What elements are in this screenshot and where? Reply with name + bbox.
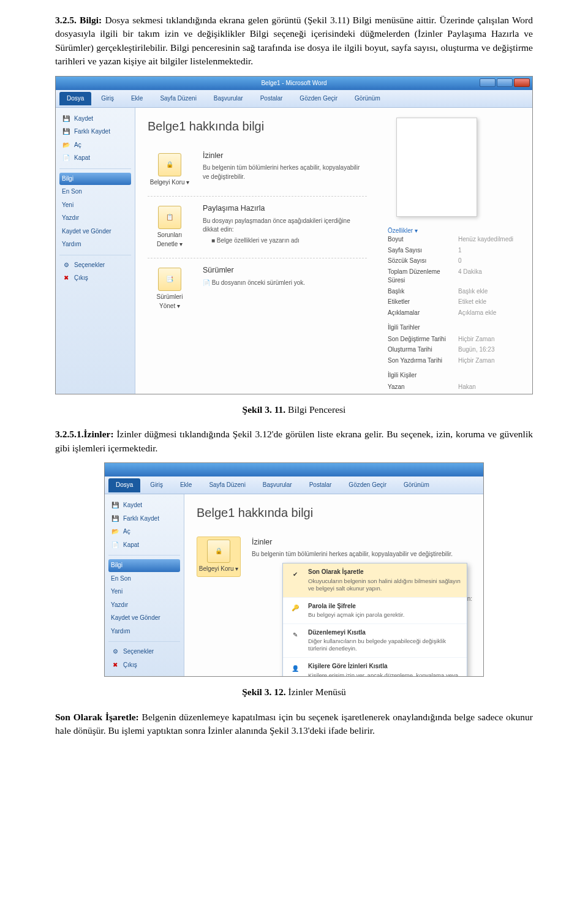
close-doc-icon: 📄 <box>62 154 70 163</box>
info-title: Belge1 hakkında bilgi <box>148 118 367 135</box>
tab-ekle[interactable]: Ekle <box>124 92 150 106</box>
tab-giris[interactable]: Giriş <box>94 92 121 106</box>
paragraph-son-olarak-isaretle: Son Olarak İşaretle: Belgenin düzenlemey… <box>55 710 533 738</box>
sidebar-yazdir[interactable]: Yazdır <box>59 212 131 225</box>
tab-gozden-gecir[interactable]: Gözden Geçir <box>292 92 345 106</box>
p2-head: 3.2.5.1.İzinler: <box>55 429 114 439</box>
info-main-area: Belge1 hakkında bilgi 🔒 Belgeyi Koru ▾ İ… <box>135 108 532 394</box>
manage-versions-button[interactable]: 📑 Sürümleri Yönet ▾ <box>148 265 192 314</box>
sidebar-secenekler-2[interactable]: ⚙Seçenekler <box>108 646 180 658</box>
section-paylasima-hazirla: 📋 Sorunları Denetle ▾ Paylaşıma Hazırla … <box>148 197 367 258</box>
menu-item-title: Kişilere Göre İzinleri Kısıtla <box>308 662 461 671</box>
sidebar-yeni[interactable]: Yeni <box>59 199 131 212</box>
sidebar-kaydet-gonder-2[interactable]: Kaydet ve Gönder <box>108 612 180 625</box>
exit-icon: ✖ <box>111 661 119 669</box>
sidebar-ac-2[interactable]: 📂Aç <box>108 525 180 538</box>
head-dates: İlgili Tarihler <box>388 323 524 333</box>
menu-item-desc: Okuyucuların belgenin son halini aldığın… <box>308 578 461 592</box>
screenshot-izinler-menusu: Dosya Giriş Ekle Sayfa Düzeni Başvurular… <box>104 462 484 677</box>
file-tab-2[interactable]: Dosya <box>108 478 140 492</box>
close-doc-icon: 📄 <box>111 541 119 549</box>
close-button[interactable] <box>514 78 530 87</box>
tab-basvurular-2[interactable]: Başvurular <box>255 478 300 492</box>
divider <box>59 168 131 169</box>
paragraph-bilgi: 3.2.5. Bilgi: Dosya sekmesi tıklandığınd… <box>55 13 533 69</box>
screenshot-bilgi-penceresi: Belge1 - Microsoft Word Dosya Giriş Ekle… <box>55 76 533 394</box>
p2-body: İzinler düğmesi tıklandığında Şekil 3.12… <box>55 429 533 453</box>
prop-val: Bugün, 16:23 <box>458 345 524 355</box>
divider <box>108 641 180 642</box>
menu-item-desc: Diğer kullanıcıların bu belgede yapabile… <box>308 638 461 652</box>
prep-desc: Bu dosyayı paylaşmadan önce aşağıdakiler… <box>203 217 367 235</box>
prop-key <box>388 393 453 394</box>
prop-key: Son Değiştirme Tarihi <box>388 335 453 344</box>
protect-document-button[interactable]: 🔒 Belgeyi Koru ▾ <box>148 150 192 190</box>
sidebar-kaydet-gonder[interactable]: Kaydet ve Gönder <box>59 225 131 238</box>
sidebar-bilgi-2[interactable]: Bilgi <box>108 559 180 572</box>
file-tab[interactable]: Dosya <box>59 92 91 106</box>
doc-icon: 📄 <box>203 279 210 286</box>
versions-icon: 📑 <box>158 268 181 291</box>
protect-menu-item[interactable]: ✔Son Olarak İşaretleOkuyucuların belgeni… <box>283 563 467 597</box>
tab-ekle-2[interactable]: Ekle <box>173 478 199 492</box>
tab-giris-2[interactable]: Giriş <box>143 478 170 492</box>
prop-val: Hiçbir Zaman <box>458 335 524 344</box>
maximize-button[interactable] <box>497 78 513 87</box>
exit-icon: ✖ <box>62 274 70 283</box>
sidebar-kapat[interactable]: 📄Kapat <box>59 152 131 165</box>
sidebar-farkli-kaydet-2[interactable]: 💾Farklı Kaydet <box>108 513 180 525</box>
menu-item-icon: 🔑 <box>288 602 302 616</box>
sidebar-bilgi[interactable]: Bilgi <box>59 173 131 186</box>
p1-head: 3.2.5. Bilgi: <box>55 15 102 25</box>
ver-desc: Bu dosyanın önceki sürümleri yok. <box>212 279 305 286</box>
window-title: Belge1 - Microsoft Word <box>261 80 326 86</box>
tab-gorunum[interactable]: Görünüm <box>347 92 388 106</box>
tab-sayfa-duzeni-2[interactable]: Sayfa Düzeni <box>202 478 252 492</box>
prop-val: 4 Dakika <box>458 268 524 285</box>
sidebar-en-son-2[interactable]: En Son <box>108 573 180 586</box>
sidebar-yardim[interactable]: Yardım <box>59 238 131 251</box>
sidebar-yardim-2[interactable]: Yardım <box>108 625 180 638</box>
sidebar-secenekler[interactable]: ⚙Seçenekler <box>59 259 131 272</box>
sidebar-en-son[interactable]: En Son <box>59 186 131 198</box>
tab-gorunum-2[interactable]: Görünüm <box>396 478 437 492</box>
sidebar-yeni-2[interactable]: Yeni <box>108 586 180 598</box>
sidebar-cikis-2[interactable]: ✖Çıkış <box>108 659 180 672</box>
tab-postalar-2[interactable]: Postalar <box>302 478 339 492</box>
options-icon: ⚙ <box>111 648 119 657</box>
divider <box>59 255 131 255</box>
protect-document-button-2[interactable]: 🔒 Belgeyi Koru ▾ <box>197 537 241 577</box>
protect-menu-item[interactable]: 👤Kişilere Göre İzinleri KısıtlaKişilere … <box>283 658 467 677</box>
protect-menu-item[interactable]: ✎Düzenlemeyi KısıtlaDiğer kullanıcıların… <box>283 624 467 658</box>
minimize-button[interactable] <box>480 78 496 87</box>
save-icon: 💾 <box>111 502 119 510</box>
sidebar-farkli-kaydet[interactable]: 💾Farklı Kaydet <box>59 126 131 138</box>
paragraph-izinler: 3.2.5.1.İzinler: İzinler düğmesi tıkland… <box>55 428 533 455</box>
tab-postalar[interactable]: Postalar <box>253 92 290 106</box>
izinler-title: İzinler <box>203 150 367 161</box>
sidebar-kaydet-2[interactable]: 💾Kaydet <box>108 499 180 512</box>
head-people: İlgili Kişiler <box>388 371 524 380</box>
tab-basvurular[interactable]: Başvurular <box>206 92 251 106</box>
section-surumler: 📑 Sürümleri Yönet ▾ Sürümler 📄 Bu dosyan… <box>148 258 367 320</box>
prop-val: Hakan <box>458 383 524 392</box>
sidebar-kapat-2[interactable]: 📄Kapat <box>108 539 180 552</box>
tab-sayfa-duzeni[interactable]: Sayfa Düzeni <box>153 92 203 106</box>
protect-menu-item[interactable]: 🔑Parola ile ŞifreleBu belgeyi açmak için… <box>283 598 467 624</box>
window-titlebar: Belge1 - Microsoft Word <box>56 77 532 90</box>
prop-key: Etiketler <box>388 298 453 307</box>
sidebar-kaydet[interactable]: 💾Kaydet <box>59 113 131 126</box>
window-controls[interactable] <box>480 78 530 87</box>
right-properties-panel: Özellikler ▾ BoyutHenüz kaydedilmediSayf… <box>379 108 532 394</box>
prop-key: Son Yazdırma Tarihi <box>388 356 453 366</box>
prop-val: Henüz kaydedilmedi <box>458 235 524 244</box>
sidebar-cikis[interactable]: ✖Çıkış <box>59 272 131 285</box>
properties-dropdown[interactable]: Özellikler ▾ <box>388 227 524 236</box>
sidebar-yazdir-2[interactable]: Yazdır <box>108 599 180 612</box>
tab-gozden-gecir-2[interactable]: Gözden Geçir <box>341 478 394 492</box>
check-issues-button[interactable]: 📋 Sorunları Denetle ▾ <box>148 203 192 252</box>
prop-key: Başlık <box>388 287 453 296</box>
info-title-2: Belge1 hakkında bilgi <box>197 504 471 522</box>
sidebar-ac[interactable]: 📂Aç <box>59 139 131 152</box>
protect-document-menu: ✔Son Olarak İşaretleOkuyucuların belgeni… <box>282 563 467 677</box>
